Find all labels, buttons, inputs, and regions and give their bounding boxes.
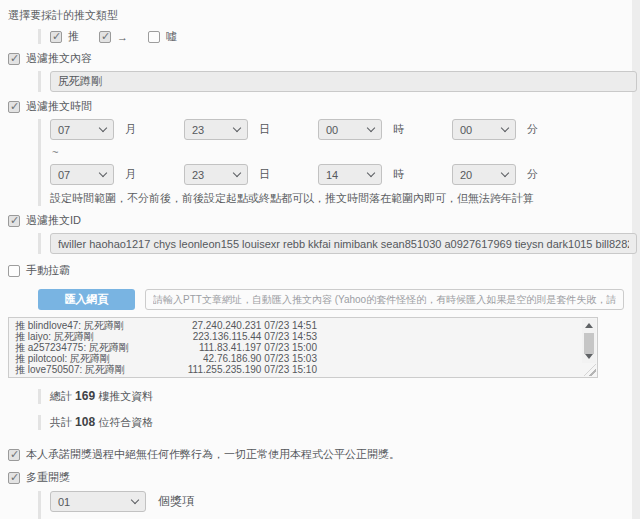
scrollbar[interactable] <box>582 319 596 363</box>
chevron-down-icon <box>131 496 139 504</box>
chevron-down-icon <box>367 124 375 132</box>
start-hour-value: 00 <box>326 124 338 136</box>
arrow-checkbox-label: → <box>117 31 128 43</box>
ptt-lottery-page: 選擇要採計的推文類型 推 → 噓 過濾推文內容 過濾推文時間 07 <box>0 0 632 519</box>
minute-unit-label: 分 <box>527 122 538 137</box>
month-unit-label: 月 <box>125 167 136 182</box>
multi-draw-block: 01 個獎項 此選項可一次開出多位得獎者 <box>38 491 632 519</box>
hour-unit-label: 時 <box>393 122 404 137</box>
scrollbar-thumb[interactable] <box>584 333 594 354</box>
chevron-down-icon <box>233 124 241 132</box>
content-filter-label: 過濾推文內容 <box>26 51 92 66</box>
content-filter-block <box>38 71 632 92</box>
push-type-options: 推 → 噓 <box>38 29 632 44</box>
end-minute-value: 20 <box>460 169 472 181</box>
content-filter-input[interactable] <box>50 71 637 92</box>
end-month-value: 07 <box>58 169 70 181</box>
push-list-row: 推 laiyo: 尻死蹲剛 223.136.115.44 07/23 14:53 <box>15 331 317 342</box>
id-filter-label: 過濾推文ID <box>26 213 81 228</box>
multi-draw-label: 多重開獎 <box>26 470 70 485</box>
multi-draw-checkbox[interactable] <box>8 472 20 484</box>
push-row-ip-time: 111.255.235.190 07/23 15:10 <box>188 364 317 375</box>
minute-unit-label: 分 <box>527 167 538 182</box>
push-list-textarea[interactable]: 推 blindlove47: 尻死蹲剛 27.240.240.231 07/23… <box>8 317 598 378</box>
prize-count-value: 01 <box>58 496 70 508</box>
hour-unit-label: 時 <box>393 167 404 182</box>
chevron-down-icon <box>233 169 241 177</box>
content-filter-checkbox[interactable] <box>8 53 20 65</box>
chevron-down-icon <box>367 169 375 177</box>
time-end-row: 07 月 23 日 14 時 20 <box>50 164 632 185</box>
import-url-input[interactable] <box>145 289 624 310</box>
qualified-count-line: 共計 108 位符合資格 <box>38 415 632 430</box>
start-day-value: 23 <box>192 124 204 136</box>
scroll-down-icon[interactable] <box>585 354 593 359</box>
qualified-prefix: 共計 <box>50 416 72 428</box>
chevron-down-icon <box>501 124 509 132</box>
qualified-count: 108 <box>75 415 95 429</box>
chevron-down-icon <box>501 169 509 177</box>
start-month-select[interactable]: 07 <box>50 119 114 140</box>
push-checkbox-label: 推 <box>68 29 79 44</box>
import-button[interactable]: 匯入網頁 <box>38 289 135 310</box>
push-row-content: 推 a257234775: 尻死蹲剛 <box>15 342 129 353</box>
start-hour-select[interactable]: 00 <box>318 119 382 140</box>
start-minute-value: 00 <box>460 124 472 136</box>
end-day-select[interactable]: 23 <box>184 164 248 185</box>
end-day-value: 23 <box>192 169 204 181</box>
push-list-row: 推 a257234775: 尻死蹲剛 111.83.41.197 07/23 1… <box>15 342 317 353</box>
chevron-down-icon <box>99 124 107 132</box>
push-row-content: 推 blindlove47: 尻死蹲剛 <box>15 320 124 331</box>
month-unit-label: 月 <box>125 122 136 137</box>
total-suffix: 樓推文資料 <box>98 390 153 402</box>
push-row-content: 推 laiyo: 尻死蹲剛 <box>15 331 94 342</box>
start-month-value: 07 <box>58 124 70 136</box>
id-filter-checkbox[interactable] <box>8 215 20 227</box>
pledge-checkbox[interactable] <box>8 449 20 461</box>
id-filter-input[interactable] <box>50 233 637 254</box>
qualified-suffix: 位符合資格 <box>98 416 153 428</box>
end-month-select[interactable]: 07 <box>50 164 114 185</box>
time-filter-note: 設定時間範圍，不分前後，前後設定起點或終點都可以，推文時間落在範圍內即可，但無法… <box>50 191 632 206</box>
push-list-row: 推 love750507: 尻死蹲剛 111.255.235.190 07/23… <box>15 364 317 375</box>
time-range-separator: ~ <box>52 146 632 158</box>
time-start-row: 07 月 23 日 00 時 00 <box>50 119 632 140</box>
scroll-up-icon[interactable] <box>585 323 593 328</box>
push-row-ip-time: 111.83.41.197 07/23 15:00 <box>199 342 317 353</box>
prize-unit-label: 個獎項 <box>158 493 194 510</box>
push-row-content: 推 love750507: 尻死蹲剛 <box>15 364 125 375</box>
time-filter-checkbox[interactable] <box>8 101 20 113</box>
end-hour-select[interactable]: 14 <box>318 164 382 185</box>
day-unit-label: 日 <box>259 122 270 137</box>
push-type-section-label: 選擇要採計的推文類型 <box>8 8 632 23</box>
total-pushes-line: 總計 169 樓推文資料 <box>38 389 632 404</box>
manual-slot-checkbox[interactable] <box>8 265 20 277</box>
end-hour-value: 14 <box>326 169 338 181</box>
total-prefix: 總計 <box>50 390 72 402</box>
pledge-label: 本人承諾開獎過程中絕無任何作弊行為，一切正常使用本程式公平公正開獎。 <box>26 447 400 462</box>
chevron-down-icon <box>99 169 107 177</box>
resize-handle-icon[interactable] <box>584 364 596 376</box>
boo-checkbox[interactable] <box>148 31 160 43</box>
day-unit-label: 日 <box>259 167 270 182</box>
push-checkbox[interactable] <box>50 31 62 43</box>
manual-slot-label: 手動拉霸 <box>26 263 70 278</box>
prize-count-select[interactable]: 01 <box>50 491 146 512</box>
boo-checkbox-label: 噓 <box>166 29 177 44</box>
push-row-ip-time: 27.240.240.231 07/23 14:51 <box>192 320 317 331</box>
id-filter-block <box>38 233 632 254</box>
push-row-ip-time: 223.136.115.44 07/23 14:53 <box>193 331 317 342</box>
push-row-content: 推 pilotcool: 尻死蹲剛 <box>15 353 110 364</box>
arrow-checkbox[interactable] <box>99 31 111 43</box>
push-list-row: 推 pilotcool: 尻死蹲剛 42.76.186.90 07/23 15:… <box>15 353 317 364</box>
start-minute-select[interactable]: 00 <box>452 119 516 140</box>
push-list-row: 推 blindlove47: 尻死蹲剛 27.240.240.231 07/23… <box>15 320 317 331</box>
start-day-select[interactable]: 23 <box>184 119 248 140</box>
time-filter-block: 07 月 23 日 00 時 00 <box>38 119 632 206</box>
time-filter-label: 過濾推文時間 <box>26 99 92 114</box>
end-minute-select[interactable]: 20 <box>452 164 516 185</box>
import-row: 匯入網頁 <box>38 289 632 310</box>
push-row-ip-time: 42.76.186.90 07/23 15:03 <box>203 353 317 364</box>
total-count: 169 <box>75 389 95 403</box>
